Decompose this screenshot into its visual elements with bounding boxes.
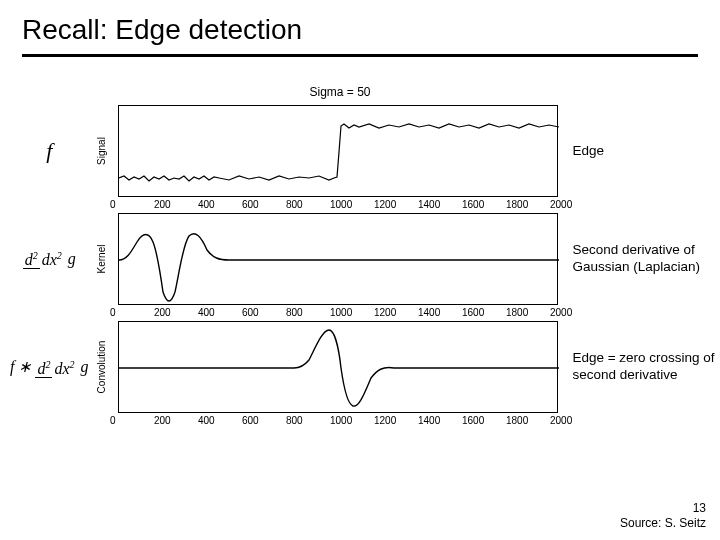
caption-signal: Edge xyxy=(572,143,720,160)
page-number: 13 xyxy=(620,501,706,517)
caption-conv: Edge = zero crossing of second derivativ… xyxy=(572,350,720,384)
plot-conv: Convolution xyxy=(118,321,558,413)
source-credit: Source: S. Seitz xyxy=(620,516,706,532)
row-signal: f Signal Edge xyxy=(0,105,720,197)
page-title: Recall: Edge detection xyxy=(0,0,720,52)
sigma-label: Sigma = 50 xyxy=(120,85,560,99)
plot-signal: Signal xyxy=(118,105,558,197)
row-conv: f ∗ d2dx2 g Convolution Edge = zero cros… xyxy=(0,321,720,413)
ylabel-signal: Signal xyxy=(96,137,107,165)
row-kernel: d2dx2 g Kernel Second derivative of Gaus… xyxy=(0,213,720,305)
ylabel-kernel: Kernel xyxy=(96,245,107,274)
symbol-fconv: f ∗ d2dx2 g xyxy=(0,357,98,377)
symbol-f: f xyxy=(0,138,98,164)
ylabel-conv: Convolution xyxy=(96,341,107,394)
caption-kernel: Second derivative of Gaussian (Laplacian… xyxy=(572,242,720,276)
symbol-d2g: d2dx2 g xyxy=(0,250,98,269)
chart-panels: Sigma = 50 f Signal Edge 020040060080010… xyxy=(0,85,720,415)
title-rule xyxy=(22,54,698,57)
plot-kernel: Kernel xyxy=(118,213,558,305)
footer: 13 Source: S. Seitz xyxy=(620,501,706,532)
